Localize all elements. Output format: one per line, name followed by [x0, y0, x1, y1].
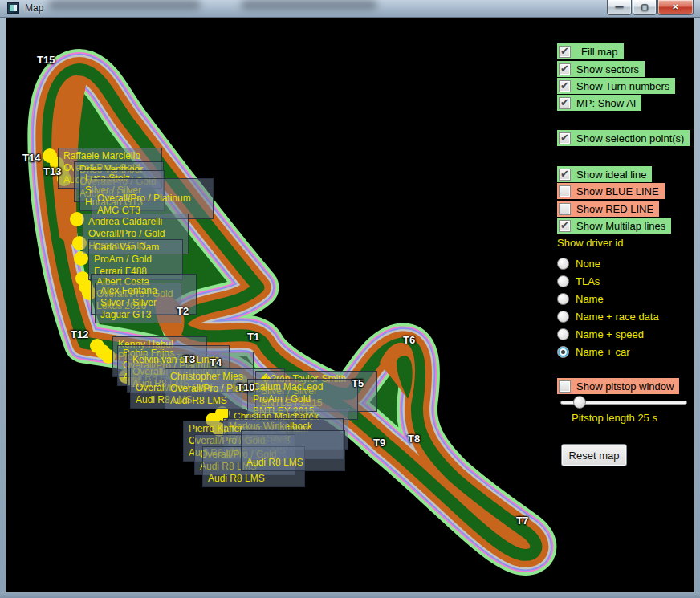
driver-label-line: ProAm / Platinum	[234, 423, 343, 435]
driver-label: Albert CostaOverall/Pro / GoldLexus 2016	[91, 274, 197, 315]
car-position-dot	[79, 279, 93, 294]
driver-label-line: Audi R8 LMS	[63, 174, 157, 186]
reset-map-button[interactable]: Reset map	[561, 444, 627, 466]
turn-label-t6: T6	[403, 334, 415, 346]
driver-label: Kelvin van der LindeOverall/Pro / Platin…	[127, 352, 254, 393]
close-button[interactable]: ✕	[657, 0, 694, 15]
check-icon: ✔	[560, 45, 569, 57]
driver-label-line: Lexus 2016	[96, 300, 191, 312]
checkbox-label: Show Multilap lines	[576, 220, 665, 232]
checkbox-row-show-selection-point-s-[interactable]: ✔Show selection point(s)	[557, 130, 690, 146]
checkbox: ✔	[559, 80, 571, 92]
driver-label-line: Jaguar GT3	[100, 309, 176, 321]
radio-option-tlas[interactable]: TLAs	[557, 273, 600, 289]
driver-label: Overall/Pro / PlatinumAMG GT3	[92, 178, 214, 219]
radio-option-name-speed[interactable]: Name + speed	[557, 326, 644, 342]
maximize-icon: ▢	[641, 2, 648, 11]
driver-label-line: ProAm / Gold	[94, 254, 177, 266]
driver-label-line: Andrea Caldarelli	[88, 216, 183, 228]
turn-label-t12: T12	[71, 328, 88, 340]
radio-option-none[interactable]: None	[557, 255, 600, 271]
radio-option-name-race-data[interactable]: Name + race data	[557, 308, 659, 324]
car-position-dot	[206, 413, 220, 427]
minimize-button[interactable]: —	[607, 0, 632, 15]
turn-label-t4: T4	[210, 356, 222, 368]
checkbox-row-show-sectors[interactable]: ✔Show sectors	[557, 61, 645, 77]
driver-label-line: Calum MacLeod	[253, 381, 352, 393]
radio-unselected	[557, 293, 569, 305]
checkbox-row-show-pitstop-window[interactable]: Show pitstop window	[557, 378, 679, 394]
driver-label-line	[246, 433, 340, 445]
checkbox-label: Show pitstop window	[576, 380, 674, 393]
car-position-dot	[126, 372, 140, 387]
driver-label-line	[246, 445, 340, 457]
driver-label: Luca StolzSilver / SilverHuracan GT3	[79, 170, 165, 211]
titlebar-smudge	[48, 0, 201, 10]
car-position-dot	[242, 379, 257, 393]
driver-label-line: Overall/Pro / Gold	[200, 449, 290, 461]
driver-label: Overall/Pro / GoldAudi R8 LMS	[194, 434, 295, 475]
driver-label-line: Robin Frijns	[123, 348, 224, 360]
turn-label-t3: T3	[183, 353, 195, 365]
checkbox	[559, 203, 571, 215]
driver-label: �?rón Taylor-SmithSilver / SilverBNTLEY …	[255, 371, 377, 412]
car-position-dot	[70, 212, 84, 226]
driver-label-line: Audi R8 LMS	[189, 447, 282, 459]
driver-label-line: Overall/Pro / Gold	[63, 162, 157, 174]
turn-label-t14: T14	[22, 152, 40, 164]
maximize-button[interactable]: ▢	[633, 0, 657, 15]
minimize-icon: —	[616, 2, 624, 11]
driver-label-line: Audi R8 LMS	[229, 445, 338, 457]
car-position-dot	[215, 406, 230, 421]
driver-label-line: Overall/Pro / Gold	[189, 435, 282, 447]
checkbox-row-fill-map[interactable]: ✔Fill map	[557, 43, 624, 59]
driver-label-line: Christopher Mies	[170, 371, 279, 383]
driver-label-line	[118, 363, 201, 375]
checkbox	[559, 380, 571, 393]
window-border-left	[0, 18, 6, 592]
pitstop-length-slider-thumb[interactable]	[573, 396, 586, 409]
checkbox-row-show-red-line[interactable]: Show RED LINE	[557, 201, 659, 217]
driver-label-line: Audi R8 LMS	[170, 395, 279, 407]
checkbox: ✔	[559, 97, 571, 109]
driver-label-line: Overall/Pro / Gold	[88, 228, 183, 240]
checkbox: ✔	[559, 46, 571, 58]
driver-label-line	[200, 437, 290, 449]
window-border-right	[694, 18, 700, 592]
check-icon: ✔	[560, 132, 569, 144]
titlebar-smudge	[241, 0, 377, 10]
turn-label-t8: T8	[408, 433, 420, 445]
car-position-dot	[74, 251, 88, 266]
driver-label-line: Overall/Pro / Platinum	[170, 383, 279, 395]
radio-unselected	[557, 258, 569, 270]
driver-label: Calum MacLeodProAm / GoldBNTLEY 2015	[247, 379, 358, 420]
checkbox-row-mp-show-ai[interactable]: ✔MP: Show AI	[557, 95, 641, 111]
driver-label: Alex FontanaSilver / SilverJaguar GT3	[95, 283, 181, 323]
turn-label-t13: T13	[43, 165, 61, 177]
radio-option-name[interactable]: Name	[557, 291, 604, 307]
driver-label-line: �?rón Taylor-Smith	[261, 373, 372, 385]
radio-unselected	[557, 275, 569, 287]
checkbox-row-show-multilap-lines[interactable]: ✔Show Multilap lines	[557, 218, 671, 234]
driver-label-line: Audi R8 LMS	[208, 473, 299, 485]
car-position-dot	[234, 374, 248, 388]
checkbox-row-show-turn-numbers[interactable]: ✔Show Turn numbers	[557, 78, 675, 94]
driver-label-line: Overall/Pro / Gold	[79, 176, 158, 188]
checkbox-label: MP: Show AI	[576, 97, 636, 109]
turn-label-t5: T5	[352, 377, 364, 389]
checkbox: ✔	[559, 63, 571, 75]
checkbox-row-show-blue-line[interactable]: Show BLUE LINE	[557, 183, 665, 199]
driver-label-line: Audi R8 LMS	[246, 457, 340, 469]
titlebar[interactable]: Map — ▢ ✕	[0, 0, 700, 18]
driver-label-line: Pierre Kaffer	[189, 423, 282, 435]
checkbox-row-show-ideal-line[interactable]: ✔Show ideal line	[557, 166, 652, 182]
driver-label: Andrea CaldarelliOverall/Pro / GoldHurac…	[83, 214, 189, 254]
driver-label-line: Overall/Pro / Platinum	[123, 360, 224, 372]
radio-option-name-car[interactable]: Name + car	[557, 344, 630, 360]
checkbox-label: Show RED LINE	[576, 203, 653, 215]
driver-label-line	[208, 449, 299, 461]
driver-label-line	[136, 370, 237, 382]
radio-label: Name	[576, 293, 604, 305]
driver-label-line: AMG GT3	[97, 205, 208, 217]
driver-label-line: Audi R8 LMS	[200, 461, 290, 473]
